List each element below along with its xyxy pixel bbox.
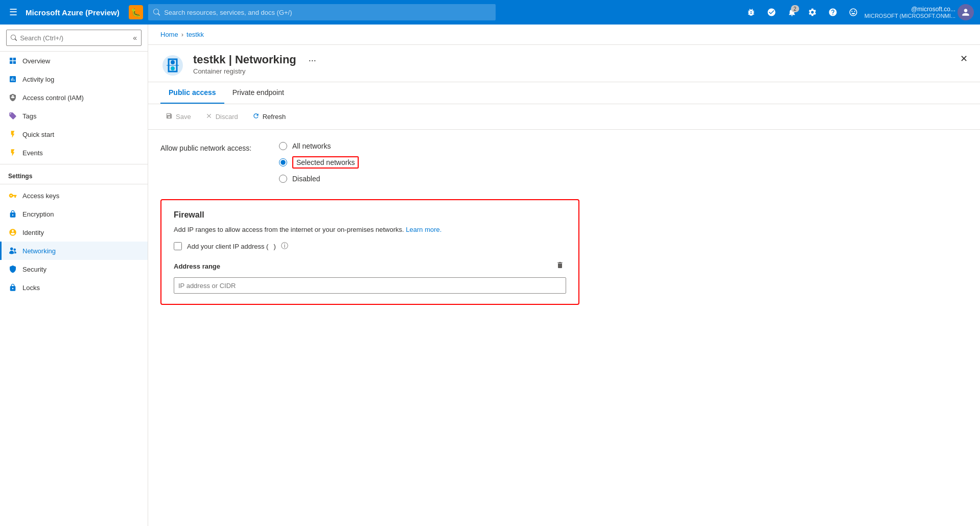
- help-icon: [828, 8, 837, 17]
- page-header: testkk | Networking Container registry .…: [148, 45, 980, 82]
- sidebar: « Overview Activity log Access control (…: [0, 25, 148, 526]
- user-name: @microsoft.co...: [865, 6, 955, 13]
- portal-icon: [767, 8, 776, 17]
- user-account[interactable]: @microsoft.co... MICROSOFT (MICROSOFT.ON…: [865, 6, 955, 19]
- resource-icon: [160, 53, 185, 78]
- sidebar-item-overview[interactable]: Overview: [0, 52, 148, 70]
- sidebar-item-events[interactable]: Events: [0, 144, 148, 162]
- sidebar-item-label: Overview: [22, 57, 50, 65]
- sidebar-search-input[interactable]: [20, 34, 130, 42]
- firewall-description: Add IP ranges to allow access from the i…: [174, 226, 566, 233]
- sidebar-item-label: Events: [22, 149, 43, 157]
- user-avatar[interactable]: [958, 4, 974, 20]
- sidebar-item-networking[interactable]: Networking: [0, 242, 148, 260]
- delete-ip-button[interactable]: [554, 259, 566, 273]
- sidebar-item-security[interactable]: Security: [0, 260, 148, 278]
- tab-public-access[interactable]: Public access: [160, 82, 224, 104]
- sidebar-search-container: «: [0, 25, 148, 52]
- sidebar-item-access-keys[interactable]: Access keys: [0, 186, 148, 205]
- tab-navigation: Public access Private endpoint: [148, 82, 980, 104]
- breadcrumb-separator: ›: [181, 31, 183, 38]
- add-client-ip-checkbox[interactable]: [174, 242, 182, 250]
- svg-point-2: [171, 66, 175, 70]
- global-search-input[interactable]: [164, 9, 490, 16]
- refresh-button[interactable]: Refresh: [247, 109, 291, 124]
- firewall-desc-text: Add IP ranges to allow access from the i…: [174, 226, 404, 233]
- radio-disabled-label: Disabled: [292, 175, 320, 183]
- cloud-shell-icon: [746, 8, 756, 17]
- tab-private-endpoint[interactable]: Private endpoint: [224, 82, 292, 104]
- content-area: Home › testkk testkk | Networking Contai…: [148, 25, 980, 526]
- sidebar-search-box[interactable]: «: [6, 30, 142, 46]
- learn-more-link[interactable]: Learn more.: [406, 226, 441, 233]
- networking-icon: [8, 246, 17, 255]
- encryption-icon: [8, 209, 17, 219]
- bug-icon[interactable]: 🐛: [129, 5, 143, 19]
- events-icon: [8, 148, 17, 157]
- toolbar: Save Discard Refresh: [148, 104, 980, 130]
- radio-disabled-input[interactable]: [279, 175, 287, 183]
- sidebar-item-label: Tags: [22, 112, 36, 120]
- sidebar-item-label: Networking: [22, 247, 56, 255]
- sidebar-item-quick-start[interactable]: Quick start: [0, 125, 148, 144]
- address-range-title: Address range: [174, 262, 220, 270]
- security-icon: [8, 265, 17, 274]
- main-layout: « Overview Activity log Access control (…: [0, 25, 980, 526]
- address-range-header: Address range: [174, 259, 566, 273]
- notifications-button[interactable]: 2: [783, 3, 801, 21]
- firewall-section: Firewall Add IP ranges to allow access f…: [160, 199, 579, 305]
- ip-address-input[interactable]: [174, 277, 566, 294]
- svg-point-1: [171, 60, 175, 64]
- sidebar-item-encryption[interactable]: Encryption: [0, 205, 148, 223]
- save-button[interactable]: Save: [160, 109, 196, 124]
- page-subtitle: Container registry: [193, 67, 296, 75]
- app-logo: Microsoft Azure (Preview): [26, 8, 120, 17]
- search-icon: [153, 9, 160, 16]
- access-label: Allow public network access:: [160, 142, 263, 152]
- sidebar-item-activity-log[interactable]: Activity log: [0, 70, 148, 88]
- feedback-button[interactable]: [844, 3, 862, 21]
- add-client-ip-suffix: ): [273, 243, 275, 250]
- sidebar-item-locks[interactable]: Locks: [0, 278, 148, 297]
- topbar: ☰ Microsoft Azure (Preview) 🐛 2 @microso…: [0, 0, 980, 25]
- close-panel-button[interactable]: ✕: [960, 53, 968, 64]
- add-client-ip-row: Add your client IP address ( ) ⓘ: [174, 242, 566, 251]
- locks-icon: [8, 283, 17, 292]
- radio-disabled[interactable]: Disabled: [279, 175, 359, 183]
- sidebar-collapse-button[interactable]: «: [133, 34, 137, 42]
- cloud-shell-button[interactable]: [742, 3, 760, 21]
- portal-button[interactable]: [762, 3, 781, 21]
- sidebar-item-tags[interactable]: Tags: [0, 107, 148, 125]
- global-search-box[interactable]: [148, 4, 496, 20]
- breadcrumb-resource[interactable]: testkk: [186, 31, 204, 38]
- main-content: Allow public network access: All network…: [148, 130, 980, 526]
- sidebar-search-icon: [11, 34, 17, 41]
- sidebar-item-label: Quick start: [22, 131, 54, 138]
- user-tenant: MICROSOFT (MICROSOFT.ONMI...: [865, 13, 955, 19]
- iam-icon: [8, 93, 17, 102]
- refresh-label: Refresh: [263, 113, 286, 121]
- radio-selected-networks-input[interactable]: [279, 158, 287, 166]
- settings-section-header: Settings: [0, 164, 148, 182]
- hamburger-menu-button[interactable]: ☰: [6, 4, 20, 21]
- more-actions-button[interactable]: ...: [309, 53, 316, 64]
- settings-divider: [0, 184, 148, 184]
- sidebar-item-identity[interactable]: Identity: [0, 223, 148, 242]
- refresh-icon: [252, 112, 260, 121]
- discard-button[interactable]: Discard: [200, 109, 243, 124]
- topbar-actions: 2 @microsoft.co... MICROSOFT (MICROSOFT.…: [742, 3, 974, 21]
- radio-all-networks[interactable]: All networks: [279, 142, 359, 150]
- breadcrumb-home[interactable]: Home: [160, 31, 178, 38]
- settings-button[interactable]: [803, 3, 822, 21]
- access-keys-icon: [8, 191, 17, 200]
- notification-badge: 2: [791, 5, 799, 12]
- sidebar-item-label: Access keys: [22, 192, 59, 200]
- info-icon[interactable]: ⓘ: [281, 242, 288, 251]
- radio-selected-networks[interactable]: Selected networks: [279, 156, 359, 169]
- radio-all-networks-input[interactable]: [279, 142, 287, 150]
- help-button[interactable]: [824, 3, 842, 21]
- add-client-ip-label: Add your client IP address (: [187, 243, 268, 250]
- discard-label: Discard: [216, 113, 238, 121]
- sidebar-item-access-control[interactable]: Access control (IAM): [0, 88, 148, 107]
- page-header-text: testkk | Networking Container registry: [193, 53, 296, 75]
